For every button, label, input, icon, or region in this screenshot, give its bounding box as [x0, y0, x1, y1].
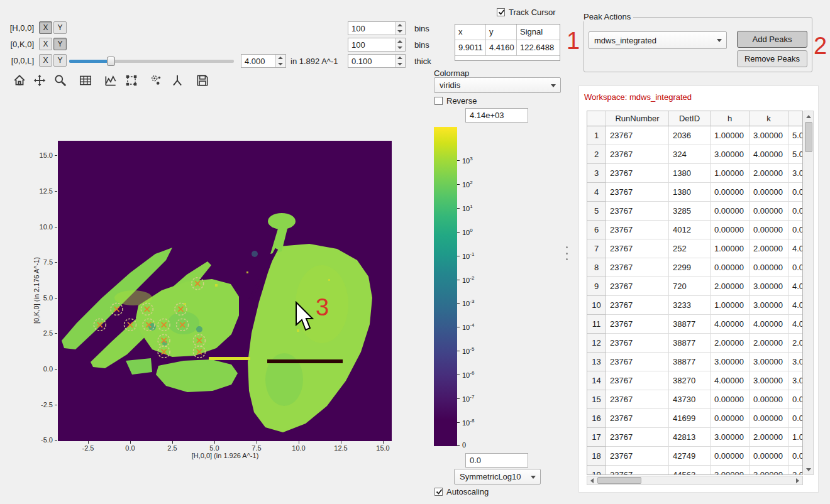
h-cell: 3.00000 [711, 466, 750, 475]
colorbar-max-input[interactable]: 4.14e+03 [465, 108, 528, 123]
region-selection-icon[interactable] [123, 73, 140, 89]
home-icon[interactable] [11, 73, 28, 89]
reverse-label: Reverse [446, 96, 477, 106]
table-row[interactable]: 4 23767 1380 0.00000 0.00000 0.0 [587, 183, 802, 202]
dim-row-h00: [H,0,0] X Y [5, 21, 67, 34]
k-cell: 0.00000 [750, 221, 788, 239]
dim-row-00l: [0,0,L] X Y [5, 54, 67, 67]
cursor-table-value: 122.6488 [517, 40, 560, 56]
line-plots-icon[interactable] [102, 73, 119, 89]
scale-select[interactable]: SymmetricLog10 [454, 469, 541, 485]
run-number-cell: 23767 [606, 447, 669, 466]
dim-h00-y-button[interactable]: Y [53, 21, 67, 34]
table-row[interactable]: 6 23767 4012 0.00000 0.00000 0.0 [587, 221, 802, 239]
table-row[interactable]: 16 23767 41699 0.00000 0.00000 0.0 [587, 409, 802, 428]
column-header[interactable]: h [711, 111, 750, 126]
spinner-arrows[interactable] [395, 55, 405, 67]
colorbar-tick-label: 10-2 [462, 275, 474, 284]
column-header[interactable]: DetID [669, 111, 711, 126]
thickness-spinbox[interactable]: 0.100 [348, 54, 406, 68]
x-tick-mark [130, 441, 131, 444]
colormap-select[interactable]: viridis [434, 77, 561, 93]
bins-x-label: bins [414, 24, 429, 33]
reverse-checkbox[interactable] [434, 97, 443, 105]
spinner-arrows[interactable] [395, 38, 405, 51]
run-number-cell: 23767 [606, 466, 669, 475]
k-cell: 3.00000 [750, 277, 788, 296]
chevron-down-icon [531, 476, 536, 479]
pan-icon[interactable] [31, 73, 48, 89]
table-row[interactable]: 11 23767 38877 4.00000 4.00000 4.0 [587, 315, 802, 334]
colorbar-tick-label: 10-6 [462, 370, 474, 379]
table-row[interactable]: 10 23767 3233 1.00000 3.00000 4.0 [587, 296, 802, 315]
slice-units-label: in 1.892 A^-1 [290, 57, 338, 66]
column-header[interactable] [788, 111, 803, 126]
colorbar-tick-mark [457, 184, 460, 185]
slice-value-spinbox[interactable]: 4.000 [241, 54, 286, 68]
table-row[interactable]: 5 23767 3285 0.00000 0.00000 0.0 [587, 202, 802, 221]
slice-slider[interactable] [69, 55, 234, 67]
colorbar-tick-label: 0 [462, 441, 466, 449]
bins-x-spinbox[interactable]: 100 [348, 21, 406, 35]
colorbar-min-input[interactable]: 0.0 [465, 453, 528, 468]
table-row[interactable]: 18 23767 42749 0.00000 0.00000 0.0 [587, 447, 802, 466]
table-row[interactable]: 12 23767 38877 2.00000 2.00000 2.0 [587, 334, 802, 353]
autoscaling-checkbox[interactable] [434, 488, 443, 496]
column-header[interactable]: RunNumber [606, 111, 669, 126]
table-row[interactable]: 9 23767 720 2.00000 3.00000 4.0 [587, 277, 802, 296]
track-cursor-label: Track Cursor [509, 8, 556, 17]
add-peaks-button[interactable]: Add Peaks [737, 31, 807, 48]
heatmap-canvas[interactable] [58, 141, 392, 441]
dim-0k0-x-button[interactable]: X [39, 38, 52, 50]
colorbar-tick-mark [457, 303, 460, 304]
h-cell: 0.00000 [711, 447, 750, 466]
track-cursor-checkbox[interactable] [497, 8, 505, 16]
dim-00l-x-button[interactable]: X [39, 54, 52, 67]
colorbar-tick-label: 10-5 [462, 346, 474, 355]
run-number-cell: 23767 [606, 145, 669, 164]
grid-icon[interactable] [77, 73, 94, 89]
dim-h00-x-button[interactable]: X [39, 21, 52, 34]
table-row[interactable]: 2 23767 324 3.00000 4.00000 5.0 [587, 145, 802, 164]
table-row[interactable]: 8 23767 2299 0.00000 0.00000 0.0 [587, 258, 802, 277]
scroll-up-icon[interactable] [804, 112, 813, 121]
horizontal-scrollbar[interactable] [587, 476, 803, 485]
peaks-overlay-icon[interactable] [148, 73, 165, 89]
row-number-cell: 10 [587, 296, 606, 315]
workspace-title: Workspace: mdws_integrated [584, 92, 692, 102]
table-row[interactable]: 15 23767 43730 0.00000 0.00000 0.0 [587, 390, 802, 409]
dim-label-h00: [H,0,0] [5, 23, 34, 33]
slider-handle[interactable] [107, 57, 115, 66]
horizontal-scrollbar-thumb[interactable] [597, 477, 641, 484]
x-tick-mark [257, 441, 257, 444]
detid-cell: 3285 [669, 202, 711, 221]
peaks-workspace-selector[interactable]: mdws_integrated [589, 31, 727, 49]
vertical-scrollbar[interactable] [804, 111, 814, 475]
save-icon[interactable] [194, 73, 211, 89]
remove-peaks-button[interactable]: Remove Peaks [737, 50, 807, 67]
scroll-down-icon[interactable] [804, 465, 813, 474]
dim-00l-y-button[interactable]: Y [53, 54, 67, 67]
table-row[interactable]: 13 23767 38877 3.00000 3.00000 3.0 [587, 353, 802, 371]
table-row[interactable]: 14 23767 38270 4.00000 3.00000 3.0 [587, 371, 802, 390]
x-tick-label: 5.0 [209, 444, 219, 452]
spinner-arrows[interactable] [395, 22, 405, 35]
dim-0k0-y-button[interactable]: Y [53, 38, 67, 50]
scroll-right-icon[interactable] [793, 477, 802, 486]
h-cell: 0.00000 [711, 258, 750, 277]
zoom-icon[interactable] [52, 73, 69, 89]
bins-y-spinbox[interactable]: 100 [348, 38, 406, 52]
spinner-arrows[interactable] [275, 55, 285, 67]
table-row[interactable]: 3 23767 1380 1.00000 2.00000 3.0 [587, 164, 802, 183]
table-row[interactable]: 1 23767 2036 1.00000 3.00000 5.0 [587, 126, 802, 145]
column-header[interactable] [587, 111, 606, 126]
vertical-scrollbar-thumb[interactable] [805, 122, 812, 152]
cursor-table-value: 4.4160 [486, 40, 517, 56]
table-row[interactable]: 19 23767 44563 3.00000 3.00000 2.0 [587, 466, 802, 475]
table-row[interactable]: 17 23767 42813 3.00000 2.00000 1.0 [587, 428, 802, 447]
splitter-handle[interactable] [566, 246, 568, 260]
table-row[interactable]: 7 23767 252 1.00000 2.00000 4.0 [587, 239, 802, 258]
scroll-left-icon[interactable] [588, 477, 597, 486]
column-header[interactable]: k [750, 111, 788, 126]
non-orthogonal-axes-icon[interactable] [169, 73, 185, 89]
